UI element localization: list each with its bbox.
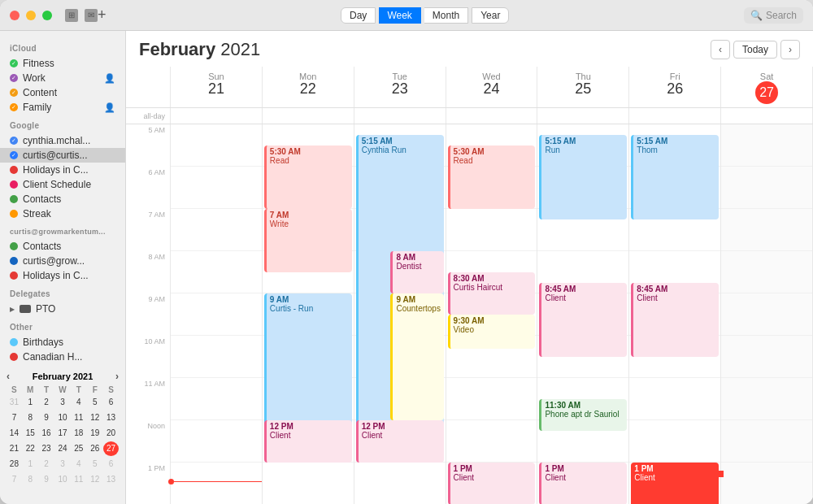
year-view-button[interactable]: Year [472,7,509,24]
mini-cal-day[interactable]: 24 [55,441,71,456]
mini-cal-day[interactable]: 2 [39,457,54,471]
mini-cal-day[interactable]: 8 [23,472,38,487]
mini-cal-day[interactable]: 1 [23,457,38,471]
mini-cal-day[interactable]: 19 [87,426,102,441]
event-thu-phone[interactable]: 11:30 AM Phone apt dr Sauriol [539,399,627,431]
event-mon-client[interactable]: 12 PM Client [264,420,352,463]
sidebar-toggle-icon[interactable]: ⊞ [65,9,78,22]
mini-cal-day[interactable]: 8 [23,411,38,425]
mini-cal-day[interactable]: 15 [23,426,38,441]
mini-cal-day[interactable]: 5 [87,395,102,410]
sidebar-item-contacts[interactable]: Contacts [0,192,125,206]
mini-cal-day[interactable]: 22 [23,441,38,456]
mini-cal-day-today[interactable]: 27 [103,441,119,456]
mini-cal-day[interactable]: 11 [71,472,86,487]
prev-week-button[interactable]: ‹ [711,40,730,59]
event-fri-thom[interactable]: 5:15 AM Thom [631,135,719,219]
mini-cal-day[interactable]: 17 [55,426,71,441]
mini-cal-day[interactable]: 14 [7,426,22,441]
search-bar[interactable]: 🔍 Search [744,7,803,24]
mini-cal-day[interactable]: 12 [87,411,102,425]
fitness-checkbox[interactable]: ✓ [10,59,18,67]
mini-cal-day[interactable]: 9 [39,411,54,425]
sidebar-item-fitness[interactable]: ✓ Fitness [0,56,125,71]
week-view-button[interactable]: Week [379,7,420,24]
sidebar-item-holidays-google[interactable]: Holidays in C... [0,163,125,177]
minimize-button[interactable] [26,11,36,20]
sidebar-item-curtis[interactable]: ✓ curtis@curtis... [0,148,125,163]
event-wed-video[interactable]: 9:30 AM Video [448,315,536,349]
sidebar-item-cynthia[interactable]: ✓ cynthia.mchal... [0,133,125,148]
sidebar-item-family[interactable]: ✓ Family 👤 [0,100,125,115]
mini-cal-day[interactable]: 4 [71,395,86,410]
event-wed-client[interactable]: 1 PM Client [448,463,536,504]
content-checkbox[interactable]: ✓ [10,89,18,97]
mini-cal-day[interactable]: 3 [55,457,71,471]
next-week-button[interactable]: › [780,40,800,59]
mini-cal-day[interactable]: 4 [71,457,86,471]
event-tue-client[interactable]: 12 PM Client [356,420,444,463]
event-thu-client-morning[interactable]: 8:45 AM Client [539,283,627,357]
event-mon-write[interactable]: 7 AM Write [264,209,352,272]
mini-cal-day[interactable]: 3 [55,395,71,410]
mini-cal-day[interactable]: 13 [103,472,119,487]
holidays-grow-dot [10,272,18,280]
event-fri-client-afternoon[interactable]: 1 PM Client [631,463,719,504]
event-tue-dentist[interactable]: 8 AM Dentist [390,251,443,293]
mini-cal-day[interactable]: 7 [7,411,22,425]
sidebar-item-canadian[interactable]: Canadian H... [0,350,125,364]
mini-cal-day[interactable]: 6 [103,395,119,410]
mini-cal-day[interactable]: 25 [71,441,86,456]
family-checkbox[interactable]: ✓ [10,103,18,111]
mini-cal-day[interactable]: 26 [87,441,102,456]
mini-cal-day[interactable]: 16 [39,426,54,441]
pto-triangle: ▶ [10,306,15,313]
sidebar-item-contacts2[interactable]: Contacts [0,239,125,254]
mini-cal-day[interactable]: 23 [39,441,54,456]
mini-cal-day[interactable]: 28 [7,457,22,471]
event-wed-haircut[interactable]: 8:30 AM Curtis Haircut [448,272,536,315]
add-event-button[interactable]: + [98,7,107,24]
mini-cal-day[interactable]: 10 [55,472,71,487]
sidebar-item-work[interactable]: ✓ Work 👤 [0,71,125,85]
sidebar-item-content[interactable]: ✓ Content [0,85,125,100]
sidebar-item-holidays-grow[interactable]: Holidays in C... [0,268,125,283]
mini-cal-day[interactable]: 11 [71,411,86,425]
mini-cal-day[interactable]: 20 [103,426,119,441]
month-view-button[interactable]: Month [424,7,468,24]
mini-cal-day[interactable]: 10 [55,411,71,425]
cynthia-checkbox[interactable]: ✓ [10,137,18,145]
day-view-button[interactable]: Day [341,7,376,24]
today-button[interactable]: Today [733,41,777,59]
mini-cal-day[interactable]: 12 [87,472,102,487]
event-mon-read[interactable]: 5:30 AM Read [264,146,352,209]
mini-cal-day[interactable]: 18 [71,426,86,441]
sidebar-item-streak[interactable]: Streak [0,206,125,221]
mini-cal-day[interactable]: 6 [103,457,119,471]
mini-cal-day[interactable]: 5 [87,457,102,471]
mini-cal-day[interactable]: 2 [39,395,54,410]
mini-cal-day[interactable]: 9 [39,472,54,487]
mini-cal-day[interactable]: 31 [7,395,22,410]
sidebar-item-birthdays[interactable]: Birthdays [0,335,125,350]
work-checkbox[interactable]: ✓ [10,74,18,82]
fullscreen-button[interactable] [42,11,52,20]
mini-cal-next[interactable]: › [115,371,119,382]
close-button[interactable] [10,11,20,20]
mail-icon[interactable]: ✉ [85,9,98,22]
mini-cal-day[interactable]: 1 [23,395,38,410]
event-fri-client-morning[interactable]: 8:45 AM Client [631,283,719,357]
sidebar-item-client-schedule[interactable]: Client Schedule [0,177,125,192]
sidebar-item-curtis-grow[interactable]: curtis@grow... [0,254,125,268]
event-thu-run[interactable]: 5:15 AM Run [539,135,627,219]
event-mon-curtis-run[interactable]: 9 AM Curtis - Run [264,293,352,441]
curtis-checkbox[interactable]: ✓ [10,151,18,159]
mini-cal-day[interactable]: 7 [7,472,22,487]
pto-item[interactable]: ▶ PTO [0,302,125,316]
mini-cal-day[interactable]: 13 [103,411,119,425]
event-thu-client-afternoon[interactable]: 1 PM Client [539,463,627,504]
mini-cal-prev[interactable]: ‹ [7,371,10,382]
event-tue-countertops[interactable]: 9 AM Countertops [390,293,443,420]
event-wed-read[interactable]: 5:30 AM Read [448,146,536,209]
mini-cal-day[interactable]: 21 [7,441,22,456]
